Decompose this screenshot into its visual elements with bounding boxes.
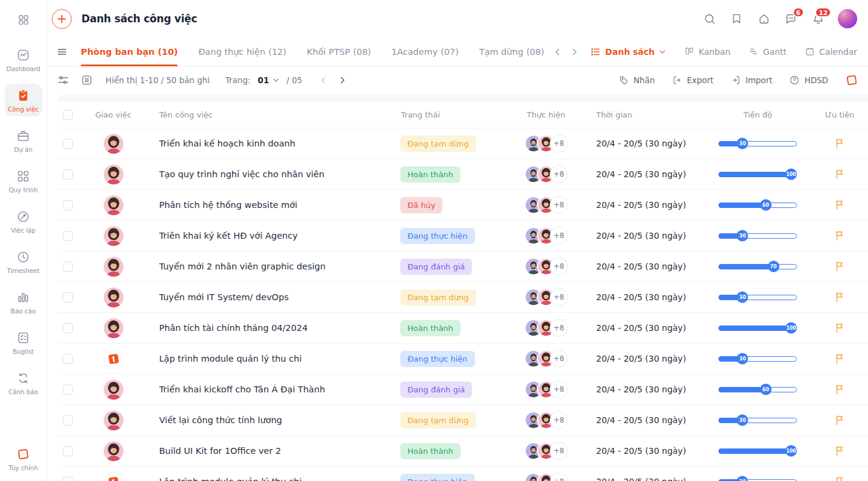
- tab-2[interactable]: Khối PTSP (08): [307, 37, 371, 66]
- view-gantt-button[interactable]: Gantt: [749, 46, 787, 57]
- task-name[interactable]: Lập trình module quản lý thu chi: [159, 477, 302, 481]
- progress-value[interactable]: 100: [785, 445, 797, 457]
- sidebar-item-reports[interactable]: Báo cáo: [5, 286, 42, 318]
- sidebar-item-workflow[interactable]: Quy trình: [5, 165, 42, 197]
- view-config-icon[interactable]: [80, 74, 93, 87]
- tab-4[interactable]: Tạm dừng (08): [479, 37, 544, 66]
- progress-slider[interactable]: 30: [719, 141, 797, 146]
- task-name[interactable]: Viết lại công thức tính lương: [159, 415, 282, 425]
- bookmark-icon[interactable]: [729, 11, 744, 26]
- progress-value[interactable]: 30: [737, 353, 748, 365]
- col-priority[interactable]: Ưu tiên: [811, 110, 868, 119]
- view-list-button[interactable]: Danh sách: [590, 46, 666, 57]
- assignees-group[interactable]: +8: [524, 473, 568, 481]
- progress-value[interactable]: 30: [737, 292, 748, 303]
- priority-flag-icon[interactable]: [833, 137, 846, 150]
- col-time[interactable]: Thời gian: [585, 110, 704, 119]
- sidebar-item-buglist[interactable]: Buglist: [5, 326, 42, 359]
- task-name[interactable]: Triên khai ký kết HĐ với Agency: [159, 231, 298, 241]
- priority-flag-icon[interactable]: [833, 413, 846, 427]
- chat-icon[interactable]: 6: [784, 11, 798, 26]
- sidebar-item-tasks[interactable]: Công việc: [5, 84, 42, 116]
- col-assigner[interactable]: Giao việc: [80, 110, 147, 119]
- assigner-avatar[interactable]: [104, 410, 124, 430]
- add-task-button[interactable]: [52, 9, 72, 29]
- assignees-group[interactable]: +8: [524, 288, 568, 306]
- tab-0[interactable]: Phòng ban bạn (10): [81, 37, 178, 66]
- row-checkbox[interactable]: [63, 169, 73, 180]
- tabs-prev-icon[interactable]: [553, 48, 562, 56]
- progress-value[interactable]: 30: [737, 415, 748, 426]
- progress-slider[interactable]: 100: [719, 325, 797, 331]
- priority-flag-icon[interactable]: [833, 321, 846, 335]
- priority-flag-icon[interactable]: [833, 444, 846, 457]
- row-checkbox[interactable]: [63, 200, 73, 210]
- row-checkbox[interactable]: [63, 292, 73, 303]
- progress-slider[interactable]: 70: [719, 264, 797, 269]
- progress-slider[interactable]: 60: [719, 387, 797, 392]
- sidebar-item-alerts[interactable]: Cảnh báo: [5, 366, 42, 399]
- export-button[interactable]: Export: [671, 75, 713, 86]
- assigner-avatar[interactable]: [104, 257, 124, 277]
- progress-slider[interactable]: 30: [719, 356, 797, 362]
- priority-flag-icon[interactable]: [833, 229, 846, 242]
- progress-slider[interactable]: 30: [719, 295, 797, 300]
- import-button[interactable]: Import: [731, 75, 773, 86]
- row-checkbox[interactable]: [63, 415, 73, 426]
- assignees-group[interactable]: +8: [524, 227, 568, 245]
- assignees-group[interactable]: +8: [524, 411, 568, 429]
- progress-slider[interactable]: 60: [719, 203, 797, 208]
- tab-3[interactable]: 1Academy (07): [392, 37, 459, 66]
- assigner-avatar[interactable]: [104, 134, 124, 154]
- sidebar-item-projects[interactable]: Dự án: [5, 124, 42, 157]
- row-checkbox[interactable]: [63, 354, 73, 364]
- assignees-group[interactable]: +8: [524, 442, 568, 460]
- assigner-avatar[interactable]: [104, 349, 124, 369]
- task-name[interactable]: Phân tích hệ thống website mới: [159, 200, 297, 210]
- task-name[interactable]: Triển khai kế hoạch kinh doanh: [159, 139, 295, 148]
- progress-value[interactable]: 30: [737, 476, 748, 481]
- tabs-next-icon[interactable]: [570, 48, 579, 56]
- assignees-group[interactable]: +8: [524, 319, 568, 337]
- col-status[interactable]: Trạng thái: [392, 110, 508, 119]
- row-checkbox[interactable]: [63, 231, 73, 241]
- row-checkbox[interactable]: [63, 323, 73, 333]
- support-widget-icon[interactable]: [845, 74, 858, 87]
- col-task-name[interactable]: Tên công việc: [147, 110, 392, 119]
- assignees-group[interactable]: +8: [524, 196, 568, 214]
- user-avatar[interactable]: [838, 9, 857, 28]
- assigner-avatar[interactable]: [104, 288, 124, 307]
- select-all-checkbox[interactable]: [63, 110, 73, 120]
- priority-flag-icon[interactable]: [833, 475, 846, 481]
- sidebar-item-timesheet[interactable]: Timesheet: [5, 245, 42, 278]
- filter-settings-icon[interactable]: [57, 74, 70, 87]
- view-kanban-button[interactable]: Kanban: [684, 46, 731, 57]
- priority-flag-icon[interactable]: [833, 291, 846, 304]
- sidebar-item-dashboard[interactable]: Dashboard: [5, 43, 42, 76]
- sidebar-item-recurring[interactable]: Việc lặp: [5, 205, 42, 237]
- task-name[interactable]: Lập trình module quản lý thu chi: [159, 354, 302, 363]
- tab-menu-icon[interactable]: [57, 46, 69, 58]
- assignees-group[interactable]: +8: [524, 257, 568, 275]
- notifications-bell-icon[interactable]: 12: [811, 11, 825, 26]
- assigner-avatar[interactable]: [104, 441, 124, 461]
- progress-slider[interactable]: 100: [719, 172, 797, 177]
- task-name[interactable]: Tạo quy trình nghỉ việc cho nhân viên: [159, 169, 324, 179]
- assigner-avatar[interactable]: [104, 195, 124, 215]
- progress-slider[interactable]: 30: [719, 479, 797, 481]
- col-assignees[interactable]: Thực hiện: [508, 110, 585, 119]
- progress-value[interactable]: 30: [737, 138, 748, 149]
- progress-slider[interactable]: 100: [719, 448, 797, 454]
- priority-flag-icon[interactable]: [833, 168, 846, 181]
- assignees-group[interactable]: +8: [524, 165, 568, 183]
- task-name[interactable]: Tuyển mới IT System/ devOps: [159, 292, 289, 302]
- progress-value[interactable]: 100: [785, 322, 797, 334]
- page-select[interactable]: 01: [258, 75, 280, 85]
- labels-button[interactable]: Nhãn: [618, 75, 655, 86]
- progress-value[interactable]: 60: [760, 384, 772, 395]
- col-progress[interactable]: Tiến độ: [704, 110, 811, 119]
- task-name[interactable]: Triển khai kickoff cho Tân Á Đại Thành: [159, 385, 325, 394]
- assigner-avatar[interactable]: [104, 165, 124, 184]
- assigner-avatar[interactable]: [104, 226, 124, 246]
- row-checkbox[interactable]: [63, 385, 73, 395]
